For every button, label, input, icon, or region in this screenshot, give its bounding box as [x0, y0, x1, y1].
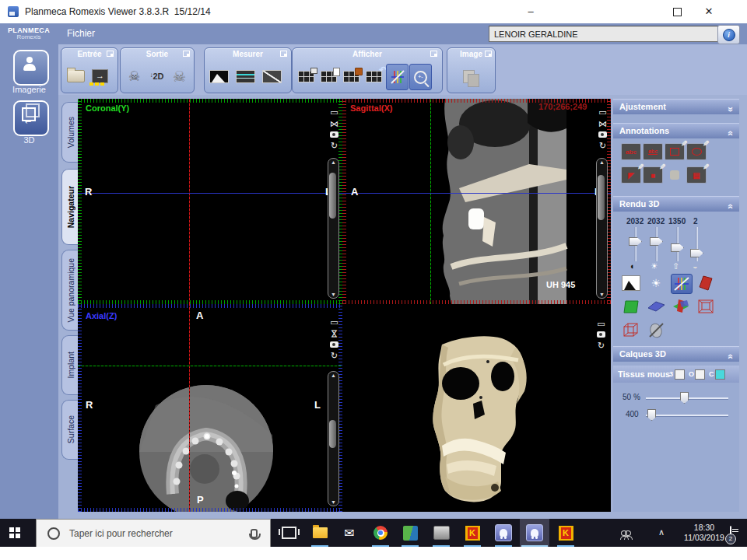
histogram-window-button[interactable]: [621, 274, 641, 292]
clip-frame-button[interactable]: [696, 297, 716, 316]
sharpen-slider-thumb[interactable]: [671, 243, 684, 252]
show-hidden-icons-button[interactable]: ∧: [658, 527, 665, 537]
axial-scrollbar-thumb[interactable]: [329, 420, 336, 448]
imagerie-module-button[interactable]: [13, 50, 49, 86]
all-planes-button[interactable]: [671, 297, 691, 316]
julie-app-button[interactable]: [395, 519, 425, 547]
annotation-label-button[interactable]: abc: [643, 143, 663, 160]
axial-viewport[interactable]: Axial(Z) A R L P ▭ ⋈ ↻ ▲ ▼: [78, 304, 342, 512]
section-ajustement[interactable]: Ajustement »: [613, 99, 739, 114]
export-volume-button[interactable]: ☠: [124, 64, 145, 89]
coronal-scrollbar[interactable]: ▲ ▼: [328, 158, 339, 299]
rotate-icon[interactable]: ↻: [331, 142, 338, 149]
sagittal-plane-button[interactable]: [696, 274, 716, 292]
coronal-crosshair-vertical[interactable]: [189, 99, 190, 304]
chevron-up-icon[interactable]: »: [723, 354, 738, 359]
tissus-cb1-checkbox[interactable]: [675, 369, 685, 380]
camera-icon[interactable]: [597, 331, 605, 338]
tab-navigateur[interactable]: Navigateur: [61, 169, 79, 245]
layout-report-button[interactable]: [318, 64, 339, 89]
menu-fichier[interactable]: Fichier: [67, 28, 95, 39]
flip-horizontal-icon[interactable]: ⋈: [598, 120, 607, 128]
chevron-up-icon[interactable]: »: [723, 204, 738, 209]
patient-name-field[interactable]: [489, 26, 719, 42]
section-annotations[interactable]: Annotations »: [613, 123, 739, 138]
sagittal-scrollbar[interactable]: ▲ ▼: [596, 158, 608, 299]
annotation-filled-button[interactable]: ■✎: [643, 166, 663, 184]
coronal-crosshair-horizontal[interactable]: [78, 193, 342, 194]
axial-scrollbar[interactable]: ▲ ▼: [328, 371, 339, 506]
contrast-slider-thumb[interactable]: [629, 237, 642, 246]
chevron-down-icon[interactable]: »: [723, 107, 738, 112]
scroll-down-icon[interactable]: ▼: [328, 499, 338, 505]
threed-viewport[interactable]: ▭ ↻: [342, 304, 611, 512]
clip-cube-button[interactable]: [621, 320, 641, 339]
scroll-down-icon[interactable]: ▼: [328, 292, 338, 297]
quality-slider-thumb[interactable]: [690, 249, 703, 257]
task-view-button[interactable]: [274, 519, 303, 547]
viewer-app-button[interactable]: [426, 519, 456, 547]
chevron-up-icon[interactable]: »: [723, 131, 738, 136]
resize-window-icon[interactable]: ▭: [598, 108, 606, 116]
close-button[interactable]: ✕: [697, 3, 721, 20]
tab-surface[interactable]: Surface: [61, 400, 79, 460]
coronal-scrollbar-thumb[interactable]: [329, 173, 336, 219]
annotation-ellipse-button[interactable]: ✎: [686, 143, 707, 160]
resize-window-icon[interactable]: ▭: [330, 108, 338, 116]
layout-snapshot-button[interactable]: [296, 64, 317, 89]
resize-window-icon[interactable]: ▭: [330, 318, 338, 326]
section-rendu3d[interactable]: Rendu 3D »: [613, 196, 739, 212]
measure-angle-button[interactable]: [261, 64, 282, 89]
start-button[interactable]: [0, 519, 36, 547]
tissus-cb3-checkbox[interactable]: [715, 369, 725, 380]
show-crosshairs-button[interactable]: [386, 64, 409, 90]
file-explorer-button[interactable]: [305, 519, 335, 547]
tab-implant[interactable]: Implant: [61, 335, 79, 395]
annotation-notes-button[interactable]: ▤✎: [686, 166, 707, 184]
scroll-up-icon[interactable]: ▲: [328, 373, 338, 378]
axial-crosshair-vertical[interactable]: [189, 304, 190, 512]
scroll-up-icon[interactable]: ▲: [328, 159, 338, 165]
scroll-down-icon[interactable]: ▼: [597, 292, 607, 297]
resize-window-icon[interactable]: ▭: [597, 320, 605, 327]
slice-planes-button[interactable]: [671, 274, 693, 294]
axial-plane-button[interactable]: [646, 297, 666, 316]
opacity-slider-thumb[interactable]: [680, 392, 689, 404]
layout-delete-button[interactable]: [341, 64, 362, 89]
action-center-button[interactable]: 2: [730, 527, 731, 541]
threshold-slider-thumb[interactable]: [647, 409, 656, 421]
annotation-text-button[interactable]: abc: [621, 143, 641, 160]
axial-crosshair-horizontal[interactable]: [78, 366, 342, 366]
rotate-icon[interactable]: ↻: [598, 341, 605, 349]
export-2d-button[interactable]: ↓2D: [146, 64, 167, 89]
people-button[interactable]: [620, 525, 632, 539]
brightness-slider-thumb[interactable]: [650, 237, 663, 246]
sagittal-crosshair-horizontal[interactable]: [342, 193, 611, 194]
sagittal-scrollbar-thumb[interactable]: [598, 175, 605, 219]
export-3d-button[interactable]: ☠: [169, 64, 190, 89]
sagittal-viewport[interactable]: Sagittal(X) 170;266;249 A P UH 945 ▭ ⋈ ↻…: [342, 99, 611, 304]
flip-horizontal-icon[interactable]: ⋈: [330, 120, 338, 128]
group-mesurer-expand-icon[interactable]: [280, 51, 287, 57]
threed-module-button[interactable]: [13, 100, 49, 136]
maximize-button[interactable]: [665, 3, 689, 20]
image-layers-button[interactable]: [458, 64, 479, 89]
measure-length-button[interactable]: [235, 64, 256, 89]
taskbar-clock[interactable]: 18:30 11/03/2019: [679, 523, 730, 543]
section-calques3d[interactable]: Calques 3D »: [613, 346, 739, 362]
patient-info-button[interactable]: i: [717, 25, 740, 44]
romexis-viewer-button-active[interactable]: [520, 519, 549, 547]
threshold-slider[interactable]: [646, 415, 728, 417]
group-sortie-expand-icon[interactable]: [183, 51, 190, 57]
import-button[interactable]: →: [89, 64, 110, 89]
mouse-rotate-button[interactable]: [646, 320, 666, 339]
kodak-app-button[interactable]: K: [458, 519, 487, 547]
tab-vue-panoramique[interactable]: Vue panoramique: [61, 250, 79, 331]
light-source-button[interactable]: ☀: [646, 274, 666, 292]
scroll-up-icon[interactable]: ▲: [597, 159, 607, 165]
annotation-rectangle-button[interactable]: ✎: [665, 143, 685, 160]
kodak-app2-button[interactable]: K: [551, 519, 580, 547]
chrome-button[interactable]: [366, 519, 395, 547]
open-folder-button[interactable]: [65, 64, 86, 89]
annotation-arrow-button[interactable]: ◤✎: [621, 166, 641, 184]
